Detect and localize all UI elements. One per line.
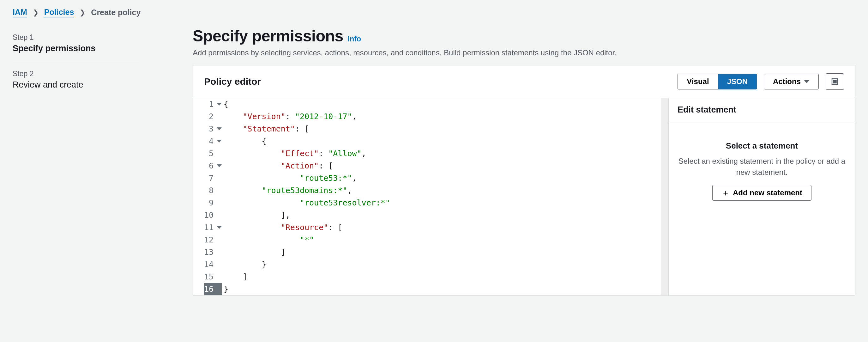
code-line[interactable]: "Action": [: [224, 160, 659, 172]
step-label: Step 1: [12, 33, 139, 42]
select-statement-sub: Select an existing statement in the poli…: [678, 156, 846, 178]
step-title: Specify permissions: [12, 44, 139, 53]
visual-tab[interactable]: Visual: [678, 74, 718, 89]
code-line[interactable]: ],: [224, 209, 659, 221]
gutter-line[interactable]: 13: [204, 246, 222, 258]
gutter-line[interactable]: 2: [204, 110, 222, 123]
chevron-right-icon: ❯: [80, 8, 85, 17]
caret-down-icon: [804, 80, 810, 83]
gutter-line[interactable]: 11: [204, 221, 222, 234]
step-label: Step 2: [12, 69, 139, 78]
actions-label: Actions: [773, 77, 801, 86]
code-line[interactable]: }: [224, 258, 659, 270]
add-statement-label: Add new statement: [733, 189, 802, 197]
actions-dropdown[interactable]: Actions: [764, 74, 819, 89]
step-title: Review and create: [12, 80, 139, 90]
code-line[interactable]: }: [224, 283, 659, 295]
code-line[interactable]: "Effect": "Allow",: [224, 147, 659, 160]
code-line[interactable]: {: [224, 135, 659, 147]
json-tab[interactable]: JSON: [718, 74, 757, 89]
gutter-line[interactable]: 4: [204, 135, 222, 147]
gutter-line[interactable]: 14: [204, 258, 222, 270]
fold-icon[interactable]: [217, 103, 222, 106]
code-line[interactable]: ]: [224, 246, 659, 258]
page-title: Specify permissions: [193, 27, 343, 45]
gutter-line[interactable]: 6: [204, 160, 222, 172]
divider: [12, 63, 139, 63]
wizard-steps: Step 1 Specify permissions Step 2 Review…: [12, 24, 139, 96]
select-statement-title: Select a statement: [678, 141, 846, 151]
gutter-line[interactable]: 9: [204, 197, 222, 209]
plus-icon: ＋: [721, 189, 730, 197]
fold-icon[interactable]: [217, 164, 222, 167]
gutter-line[interactable]: 1: [204, 98, 222, 110]
code-line[interactable]: ]: [224, 270, 659, 283]
code-line[interactable]: "Version": "2012-10-17",: [224, 110, 659, 123]
gutter-line[interactable]: 16: [204, 283, 222, 295]
code-line[interactable]: "Resource": [: [224, 221, 659, 234]
edit-statement-panel: Edit statement Select a statement Select…: [669, 98, 855, 295]
policy-editor-panel: Policy editor Visual JSON Actions: [193, 65, 856, 295]
gutter-line[interactable]: 12: [204, 234, 222, 246]
panel-title: Policy editor: [204, 76, 261, 87]
fullscreen-icon: [831, 78, 839, 85]
gutter-line[interactable]: 15: [204, 270, 222, 283]
breadcrumb-iam-link[interactable]: IAM: [12, 7, 27, 18]
chevron-right-icon: ❯: [33, 8, 38, 17]
code-line[interactable]: "*": [224, 234, 659, 246]
gutter-line[interactable]: 3: [204, 123, 222, 135]
fullscreen-button[interactable]: [826, 73, 844, 90]
info-link[interactable]: Info: [348, 35, 361, 43]
step-1[interactable]: Step 1 Specify permissions: [12, 30, 139, 60]
page-subtitle: Add permissions by selecting services, a…: [193, 48, 856, 57]
gutter-line[interactable]: 8: [204, 184, 222, 197]
breadcrumb-policies-link[interactable]: Policies: [44, 7, 74, 18]
breadcrumb: IAM ❯ Policies ❯ Create policy: [0, 0, 868, 24]
code-line[interactable]: "route53:*",: [224, 172, 659, 184]
code-line[interactable]: "route53domains:*",: [224, 184, 659, 197]
toolbar: Visual JSON Actions: [678, 73, 844, 90]
gutter-line[interactable]: 7: [204, 172, 222, 184]
fold-icon[interactable]: [217, 226, 222, 229]
right-panel-title: Edit statement: [669, 98, 855, 122]
fold-icon[interactable]: [217, 140, 222, 143]
svg-rect-1: [834, 80, 836, 83]
json-editor[interactable]: 12345678910111213141516 { "Version": "20…: [193, 98, 669, 295]
gutter-line[interactable]: 5: [204, 147, 222, 160]
step-2[interactable]: Step 2 Review and create: [12, 66, 139, 96]
fold-icon[interactable]: [217, 127, 222, 130]
code-line[interactable]: "route53resolver:*": [224, 197, 659, 209]
breadcrumb-current: Create policy: [91, 8, 141, 17]
gutter-line[interactable]: 10: [204, 209, 222, 221]
add-new-statement-button[interactable]: ＋ Add new statement: [712, 185, 811, 201]
code-line[interactable]: "Statement": [: [224, 123, 659, 135]
view-toggle: Visual JSON: [678, 74, 757, 89]
scrollbar[interactable]: [661, 98, 669, 295]
code-line[interactable]: {: [224, 98, 659, 110]
